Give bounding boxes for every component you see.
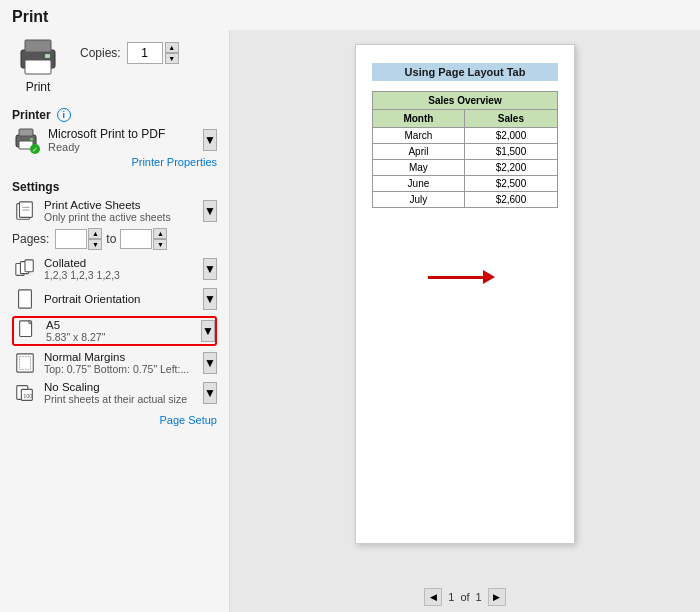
svg-rect-2 (25, 60, 51, 74)
scaling-info: No Scaling Print sheets at their actual … (44, 381, 199, 405)
paper-size-main: A5 (46, 319, 197, 331)
pages-to-input[interactable] (120, 229, 152, 249)
arrow-head (483, 270, 495, 284)
pages-from-spinner: ▲ ▼ (88, 228, 102, 250)
orientation-main: Portrait Orientation (44, 293, 199, 305)
page-setup-link[interactable]: Page Setup (12, 414, 217, 426)
margins-sub: Top: 0.75" Bottom: 0.75" Left:... (44, 363, 199, 375)
copies-up[interactable]: ▲ (165, 42, 179, 53)
svg-rect-3 (45, 54, 50, 58)
sheets-icon (12, 198, 38, 224)
arrow-line (428, 276, 483, 279)
paper-size-info: A5 5.83" x 8.27" (46, 319, 197, 343)
svg-rect-5 (19, 129, 33, 136)
pages-row: Pages: ▲ ▼ to ▲ ▼ (12, 228, 217, 250)
cell-sales-4: $2,600 (464, 192, 557, 208)
copies-label: Copies: (80, 46, 121, 60)
pages-to-down[interactable]: ▼ (153, 239, 167, 250)
portrait-icon (12, 286, 38, 312)
cell-month-4: July (373, 192, 465, 208)
table-row: May $2,200 (373, 160, 558, 176)
preview-col-month: Month (373, 110, 465, 128)
cell-month-0: March (373, 128, 465, 144)
svg-rect-14 (25, 260, 33, 272)
left-panel: Print Copies: ▲ ▼ Printer i (0, 30, 230, 612)
paper-size-dropdown[interactable]: ▼ (201, 320, 215, 342)
printer-info-icon[interactable]: i (57, 108, 71, 122)
collated-info: Collated 1,2,3 1,2,3 1,2,3 (44, 257, 199, 281)
copies-input[interactable] (127, 42, 163, 64)
dialog-title: Print (0, 0, 700, 30)
pages-from-input[interactable] (55, 229, 87, 249)
print-button[interactable] (12, 34, 64, 78)
svg-rect-15 (19, 290, 32, 308)
orientation-dropdown[interactable]: ▼ (203, 288, 217, 310)
preview-pagination: ◀ 1 of 1 ▶ (424, 588, 505, 606)
copies-down[interactable]: ▼ (165, 53, 179, 64)
collated-dropdown[interactable]: ▼ (203, 258, 217, 280)
collated-row: Collated 1,2,3 1,2,3 1,2,3 ▼ (12, 256, 217, 282)
cell-month-1: April (373, 144, 465, 160)
svg-rect-1 (25, 40, 51, 52)
print-active-sheets-sub: Only print the active sheets (44, 211, 199, 223)
pages-from-up[interactable]: ▲ (88, 228, 102, 239)
paper-size-sub: 5.83" x 8.27" (46, 331, 197, 343)
table-row: July $2,600 (373, 192, 558, 208)
copies-area: Copies: ▲ ▼ (80, 42, 179, 64)
collated-icon (12, 256, 38, 282)
prev-page-btn[interactable]: ◀ (424, 588, 442, 606)
scaling-sub: Print sheets at their actual size (44, 393, 199, 405)
margins-icon (12, 350, 38, 376)
next-page-btn[interactable]: ▶ (488, 588, 506, 606)
margins-dropdown[interactable]: ▼ (203, 352, 217, 374)
margins-row: Normal Margins Top: 0.75" Bottom: 0.75" … (12, 350, 217, 376)
table-row: March $2,000 (373, 128, 558, 144)
page-of-label: of (460, 591, 469, 603)
cell-sales-0: $2,000 (464, 128, 557, 144)
scaling-dropdown[interactable]: ▼ (203, 382, 217, 404)
print-active-sheets-info: Print Active Sheets Only print the activ… (44, 199, 199, 223)
pages-to-up[interactable]: ▲ (153, 228, 167, 239)
arrow-indicator (428, 270, 495, 284)
svg-text:100: 100 (23, 393, 32, 399)
print-active-sheets-row: Print Active Sheets Only print the activ… (12, 198, 217, 224)
preview-area: Using Page Layout Tab Sales Overview Mon… (240, 40, 690, 584)
print-dialog: Print Print Cop (0, 0, 700, 612)
printer-row: Microsoft Print to PDF Ready ▼ (12, 126, 217, 154)
cell-sales-3: $2,500 (464, 176, 557, 192)
preview-doc-title: Using Page Layout Tab (372, 63, 558, 81)
pages-to-label: to (106, 232, 116, 246)
right-panel: Using Page Layout Tab Sales Overview Mon… (230, 30, 700, 612)
page-size-icon (14, 318, 40, 344)
preview-col-sales: Sales (464, 110, 557, 128)
cell-sales-2: $2,200 (464, 160, 557, 176)
print-button-wrap[interactable]: Print (12, 34, 64, 94)
pages-label: Pages: (12, 232, 49, 246)
printer-info: Microsoft Print to PDF Ready (48, 127, 199, 153)
paper-size-row: A5 5.83" x 8.27" ▼ (12, 316, 217, 346)
page-number: 1 (448, 591, 454, 603)
cell-month-2: May (373, 160, 465, 176)
printer-device-icon (12, 126, 40, 154)
ready-check-icon (30, 144, 40, 154)
collated-main: Collated (44, 257, 199, 269)
print-label: Print (26, 80, 51, 94)
print-button-area: Print Copies: ▲ ▼ (12, 30, 217, 94)
margins-info: Normal Margins Top: 0.75" Bottom: 0.75" … (44, 351, 199, 375)
settings-header: Settings (12, 180, 217, 194)
pages-from-down[interactable]: ▼ (88, 239, 102, 250)
printer-dropdown-btn[interactable]: ▼ (203, 129, 217, 151)
preview-table-section-header: Sales Overview (373, 92, 558, 110)
print-active-sheets-main: Print Active Sheets (44, 199, 199, 211)
scaling-icon: 100 (12, 380, 38, 406)
scaling-main: No Scaling (44, 381, 199, 393)
print-active-sheets-dropdown[interactable]: ▼ (203, 200, 217, 222)
preview-table: Sales Overview Month Sales March $2,000 (372, 91, 558, 208)
printer-header: Printer i (12, 108, 217, 122)
printer-properties-link[interactable]: Printer Properties (12, 156, 217, 168)
cell-sales-1: $1,500 (464, 144, 557, 160)
main-content: Print Copies: ▲ ▼ Printer i (0, 30, 700, 612)
collated-sub: 1,2,3 1,2,3 1,2,3 (44, 269, 199, 281)
svg-rect-7 (30, 138, 33, 141)
scaling-row: 100 No Scaling Print sheets at their act… (12, 380, 217, 406)
